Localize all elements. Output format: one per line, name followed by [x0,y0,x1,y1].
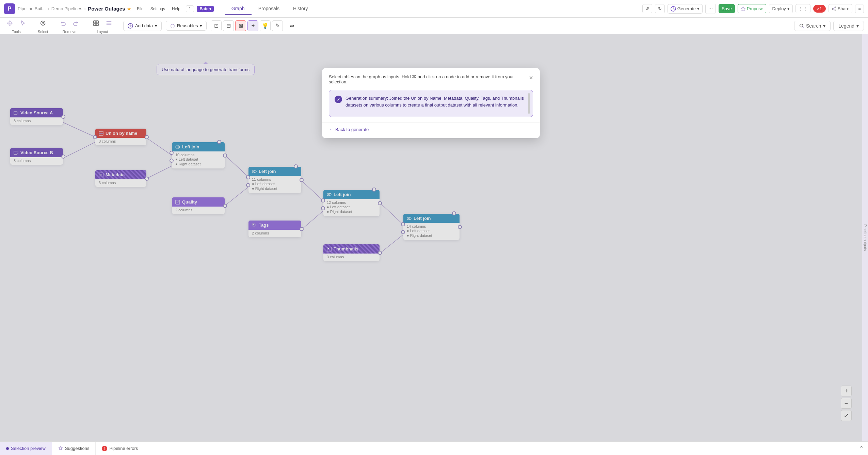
move-tool-button[interactable] [4,18,16,28]
redo-button[interactable]: ↻ [655,4,665,13]
breadcrumb-current: Power Outages [88,6,125,12]
transform-edit-button[interactable]: ✎ [272,20,283,31]
modal-close-button[interactable]: × [529,74,533,81]
layout-grid-button[interactable] [90,18,102,28]
modal-overlay: Select tables on the graph as inputs. Ho… [0,34,862,441]
transform-lamp-button[interactable]: 💡 [260,20,271,31]
modal-footer: ← Back to generate [322,123,540,138]
transform-magic-button[interactable]: ✦ [247,20,258,31]
svg-rect-12 [94,20,96,22]
check-icon: ✓ [335,96,342,103]
main-area: Video Source A 8 columns Video Source B … [0,34,868,441]
pipeline-outputs-sidebar[interactable]: Pipeline outputs [862,34,868,441]
svg-point-1 [835,7,836,8]
generate-button[interactable]: Generate ▾ [668,4,703,14]
summary-text: Generation summary: Joined the Union by … [345,95,527,108]
svg-rect-13 [96,20,98,22]
search-button[interactable]: Search ▾ [794,21,831,31]
top-tabs: Graph Proposals History [225,3,315,15]
transform-align-button[interactable]: ⊡ [211,20,222,31]
mirror-icon[interactable]: ⇌ [287,20,297,31]
transform-buttons: ⊡ ⊟ ⊠ ✦ 💡 ✎ [211,20,283,31]
top-right-actions: ↺ ↻ Generate ▾ ··· Save Propose Deploy ▾… [642,4,864,14]
layout-group: Layout [90,18,119,34]
back-arrow-icon: ← [329,127,333,132]
legend-label: Legend [838,23,854,29]
error-badge-button[interactable]: ×1 [813,5,826,13]
svg-line-23 [802,27,804,28]
transform-delete-button[interactable]: ⊠ [235,20,246,31]
save-button[interactable]: Save [719,4,735,13]
batch-badge: Batch [197,6,213,12]
grid-view-button[interactable]: ⋮⋮ [795,4,810,13]
pi-badge: 1 [186,5,194,12]
tools-label: Tools [12,30,21,34]
star-icon[interactable]: ★ [127,6,131,12]
svg-rect-15 [96,23,98,25]
breadcrumb: Pipeline Buil... › Demo Pipelines › Powe… [18,6,131,12]
sidebar-toggle-button[interactable]: ≡ [855,4,864,13]
select-tool-button[interactable] [17,18,29,28]
undo-tool-button[interactable] [57,18,69,28]
reusables-label: Reusables [177,23,198,28]
breadcrumb-parent2: Demo Pipelines [51,6,82,11]
select-group: Select [37,18,53,34]
remove-group: Remove [57,18,86,34]
tab-graph[interactable]: Graph [225,3,252,15]
select-label: Select [38,30,48,34]
tab-proposals[interactable]: Proposals [252,3,286,15]
deploy-button[interactable]: Deploy ▾ [769,4,792,13]
top-bar: P Pipeline Buil... › Demo Pipelines › Po… [0,0,868,18]
settings-menu-item[interactable]: Settings [148,5,168,12]
add-data-button[interactable]: Add data ▾ [123,21,162,31]
bottom-bar: Selection preview Suggestions ! Pipeline… [0,441,868,455]
help-menu-item[interactable]: Help [169,5,183,12]
selection-preview-dot [6,447,9,450]
bottom-collapse-button[interactable]: ⌃ [859,445,868,452]
share-button[interactable]: Share [829,4,853,13]
target-tool-button[interactable] [37,18,49,28]
tab-history[interactable]: History [286,3,315,15]
bottom-tab-selection-preview[interactable]: Selection preview [0,442,52,455]
redo-tool-button[interactable] [70,18,82,28]
bottom-tab-pipeline-errors[interactable]: ! Pipeline errors [96,442,144,455]
svg-line-5 [833,9,835,10]
modal: Select tables on the graph as inputs. Ho… [322,68,540,138]
layout-label: Layout [97,30,108,34]
app-logo: P [4,3,15,14]
modal-content: ✓ Generation summary: Joined the Union b… [322,84,540,123]
undo-button[interactable]: ↺ [642,4,652,13]
tools-group: Tools [4,18,33,34]
svg-point-6 [41,21,45,25]
reusables-button[interactable]: Reusables ▾ [166,21,207,31]
svg-point-7 [42,22,44,24]
bottom-tab-suggestions[interactable]: Suggestions [52,442,96,455]
generation-summary: ✓ Generation summary: Joined the Union b… [329,90,533,117]
transform-split-button[interactable]: ⊟ [223,20,234,31]
svg-point-2 [835,10,836,11]
legend-button[interactable]: Legend ▾ [833,21,864,31]
layout-list-button[interactable] [103,18,115,28]
modal-instruction: Select tables on the graph as inputs. Ho… [322,68,540,84]
more-options-button[interactable]: ··· [705,4,716,14]
remove-label: Remove [63,30,77,34]
file-menu: File Settings Help [134,5,183,12]
file-menu-item[interactable]: File [134,5,146,12]
svg-line-4 [833,7,835,9]
toolbar: Tools Select Remove [0,18,868,34]
add-data-label: Add data [135,23,153,28]
propose-button[interactable]: Propose [738,4,766,13]
canvas[interactable]: Video Source A 8 columns Video Source B … [0,34,862,441]
svg-point-3 [832,8,833,9]
back-to-generate-button[interactable]: ← Back to generate [329,127,369,132]
pipeline-errors-badge: ! [102,446,107,451]
breadcrumb-parent1: Pipeline Buil... [18,6,46,11]
search-label: Search [806,23,821,29]
scroll-indicator[interactable] [528,93,530,114]
svg-rect-14 [94,23,96,25]
